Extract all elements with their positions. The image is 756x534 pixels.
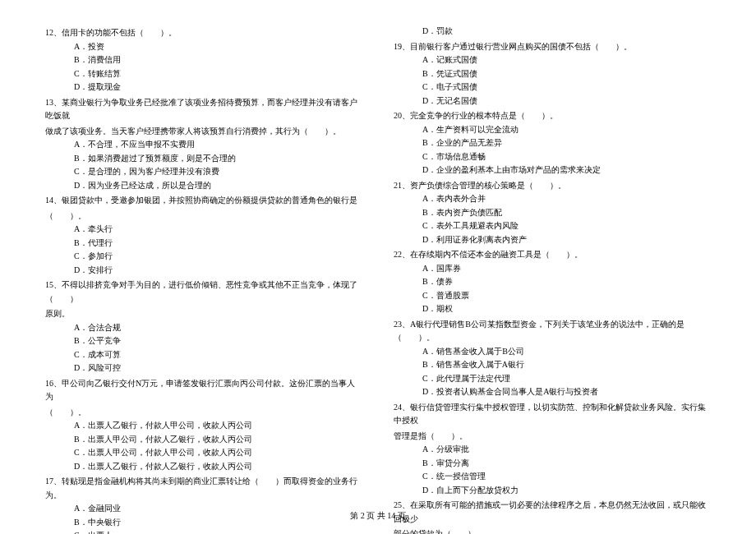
question-stem: 20、完全竞争的行业的根本特点是（ ）。 [394, 109, 711, 123]
answer-option: D．企业的盈利基本上由市场对产品的需求来决定 [394, 163, 711, 177]
answer-option: A．投资 [45, 40, 362, 54]
answer-option: D．安排行 [45, 264, 362, 278]
question-stem: 22、在存续期内不偿还本金的融资工具是（ ）。 [394, 248, 711, 262]
answer-option: A．出票人乙银行，付款人甲公司，收款人丙公司 [45, 419, 362, 433]
answer-option: B．表内资产负债匹配 [394, 206, 711, 220]
answer-option: D．投资者认购基金合同当事人是A银行与投资者 [394, 385, 711, 399]
two-column-layout: 12、信用卡的功能不包括（ ）。A．投资B．消费信用C．转账结算D．提取现金13… [45, 25, 711, 534]
answer-option: A．生产资料可以完全流动 [394, 123, 711, 137]
answer-option: C．此代理属于法定代理 [394, 372, 711, 386]
answer-option: D．自上而下分配放贷权力 [394, 484, 711, 498]
question-stem: 原则。 [45, 307, 362, 321]
question-stem: 17、转贴现是指金融机构将其尚未到期的商业汇票转让给（ ）而取得资金的业务行为。 [45, 475, 362, 502]
question-stem: （ ）。 [45, 406, 362, 420]
answer-option: A．分级审批 [394, 443, 711, 457]
page-footer: 第 2 页 共 14 页 [0, 509, 756, 523]
answer-option: D．因为业务已经达成，所以是合理的 [45, 179, 362, 193]
answer-option: C．市场信息通畅 [394, 150, 711, 164]
answer-option: C．参加行 [45, 250, 362, 264]
question-stem: 部分的贷款为（ ）。 [394, 527, 711, 534]
question-stem: 做成了该项业务。当天客户经理携带家人将该预算自行消费掉，其行为（ ）。 [45, 125, 362, 139]
question-stem: 12、信用卡的功能不包括（ ）。 [45, 26, 362, 40]
answer-option: A．销售基金收入属于B公司 [394, 345, 711, 359]
answer-option: C．成本可算 [45, 348, 362, 362]
answer-option: D．无记名国债 [394, 94, 711, 108]
answer-option: C．统一授信管理 [394, 470, 711, 484]
answer-option: A．合法合规 [45, 321, 362, 335]
answer-option: D．利用证券化剥离表内资产 [394, 233, 711, 247]
answer-option: D．罚款 [394, 25, 711, 39]
answer-option: A．牵头行 [45, 223, 362, 237]
answer-option: C．表外工具规避表内风险 [394, 219, 711, 233]
question-stem: 24、银行信贷管理实行集中授权管理，以切实防范、控制和化解贷款业务风险。实行集中… [394, 401, 711, 428]
question-stem: 15、不得以排挤竞争对手为目的，进行低价倾销、恶性竞争或其他不正当竞争，体现了（… [45, 279, 362, 306]
answer-option: C．普通股票 [394, 289, 711, 303]
answer-option: D．出票人乙银行，付款人乙银行，收款人丙公司 [45, 460, 362, 474]
answer-option: A．记账式国债 [394, 53, 711, 67]
question-stem: 23、A银行代理销售B公司某指数型资金，下列关于该笔业务的说法中，正确的是（ ）… [394, 318, 711, 345]
answer-option: B．审贷分离 [394, 457, 711, 471]
answer-option: B．企业的产品无差异 [394, 136, 711, 150]
left-column: 12、信用卡的功能不包括（ ）。A．投资B．消费信用C．转账结算D．提取现金13… [45, 25, 362, 534]
answer-option: B．出票人甲公司，付款人乙银行，收款人丙公司 [45, 433, 362, 447]
question-stem: 14、银团贷款中，受邀参加银团，并按照协商确定的份额提供贷款的普通角色的银行是 [45, 194, 362, 208]
question-stem: （ ）。 [45, 209, 362, 223]
answer-option: A．表内表外合并 [394, 192, 711, 206]
answer-option: B．债券 [394, 275, 711, 289]
answer-option: B．凭证式国债 [394, 67, 711, 81]
answer-option: D．风险可控 [45, 361, 362, 375]
answer-option: C．转账结算 [45, 67, 362, 81]
question-stem: 16、甲公司向乙银行交付N万元，申请签发银行汇票向丙公司付款。这份汇票的当事人为 [45, 377, 362, 404]
answer-option: D．期权 [394, 302, 711, 316]
answer-option: C．出票人 [45, 529, 362, 534]
answer-option: C．出票人甲公司，付款人甲公司，收款人丙公司 [45, 446, 362, 460]
question-stem: 19、目前银行客户通过银行营业网点购买的国债不包括（ ）。 [394, 40, 711, 54]
answer-option: B．代理行 [45, 237, 362, 251]
answer-option: B．销售基金收入属于A银行 [394, 358, 711, 372]
answer-option: B．如果消费超过了预算额度，则是不合理的 [45, 152, 362, 166]
answer-option: D．提取现金 [45, 81, 362, 94]
question-stem: 管理是指（ ）。 [394, 430, 711, 444]
question-stem: 13、某商业银行为争取业务已经批准了该项业务招待费预算，而客户经理并没有请客户吃… [45, 96, 362, 123]
answer-option: B．公平竞争 [45, 334, 362, 348]
answer-option: C．电子式国债 [394, 81, 711, 94]
answer-option: A．国库券 [394, 262, 711, 276]
answer-option: C．是合理的，因为客户经理并没有浪费 [45, 165, 362, 179]
right-column: D．罚款19、目前银行客户通过银行营业网点购买的国债不包括（ ）。A．记账式国债… [394, 25, 711, 534]
answer-option: A．不合理，不应当申报不实费用 [45, 138, 362, 152]
answer-option: B．消费信用 [45, 53, 362, 67]
question-stem: 21、资产负债综合管理的核心策略是（ ）。 [394, 179, 711, 193]
